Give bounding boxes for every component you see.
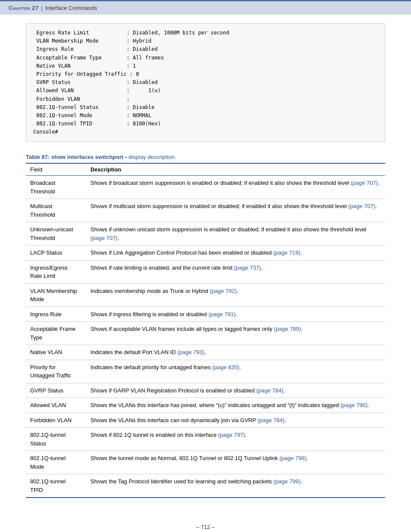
table-label: Table 87: show interfaces switchport: [26, 154, 124, 160]
page-link[interactable]: (page 789): [274, 326, 301, 332]
table-cell-field: Acceptable FrameType: [26, 322, 86, 345]
table-cell-desc: Shows if broadcast storm suppression is …: [86, 176, 385, 199]
table-cell-desc: Shows if 802.1Q tunnel is enabled on thi…: [86, 428, 385, 451]
page-link[interactable]: (page 820): [212, 364, 240, 370]
header-title: Interface Commands: [45, 5, 97, 11]
table-cell-field: Native VLAN: [26, 345, 86, 360]
page-link[interactable]: (page 707): [348, 203, 375, 209]
table-cell-field: MulticastThreshold: [26, 199, 86, 222]
table-row: Allowed VLANShows the VLANs this interfa…: [26, 398, 385, 413]
table-cell-field: VLAN MembershipMode: [26, 283, 86, 307]
page-link[interactable]: (page 719): [273, 249, 300, 256]
table-cell-field: BroadcastThreshold: [26, 176, 86, 199]
table-header-row: Field Description: [26, 163, 385, 176]
code-text: Egress Rate Limit : Disabled, 1000M bits…: [33, 29, 378, 136]
table-cell-desc: Shows the VLANs this interface can not d…: [86, 413, 385, 428]
table-cell-desc: Shows the VLANs this interface has joine…: [86, 398, 385, 413]
table-cell-field: 802.1Q-tunnelStatus: [26, 428, 86, 451]
table-cell-field: Ingress/EgressRate Limit: [26, 260, 86, 283]
table-cell-field: Priority forUntagged Traffic: [26, 360, 86, 383]
col-header-field: Field: [26, 163, 86, 176]
table-cell-desc: Indicates the default Port VLAN ID (page…: [86, 345, 385, 360]
page-number: – 712 –: [196, 524, 215, 530]
page-link[interactable]: (page 799): [274, 478, 301, 485]
page-link[interactable]: (page 791): [209, 311, 236, 317]
page-link[interactable]: (page 790): [340, 402, 367, 408]
table-row: 802.1Q-tunnelStatusShows if 802.1Q tunne…: [26, 428, 385, 451]
table-row: Forbidden VLANShows the VLANs this inter…: [26, 413, 385, 428]
page-link[interactable]: (page 737): [234, 264, 261, 271]
table-description: display description: [128, 154, 174, 160]
table-cell-desc: Shows the Tag Protocol Identifier used f…: [86, 474, 385, 498]
table-cell-desc: Shows if acceptable VLAN frames include …: [86, 322, 385, 345]
table-cell-field: Ingress Rule: [26, 307, 86, 322]
col-header-desc: Description: [86, 163, 385, 176]
table-cell-desc: Shows if Link Aggregation Control Protoc…: [86, 246, 385, 261]
table-cell-desc: Shows the tunnel mode as Normal, 802.1Q …: [86, 451, 385, 474]
page-link[interactable]: (page 707): [351, 180, 378, 186]
header-separator: |: [41, 5, 42, 11]
table-row: Ingress RuleShows if ingress filtering i…: [26, 307, 385, 322]
page-link[interactable]: (page 798): [280, 455, 307, 461]
table-row: 802.1Q-tunnelTPIDShows the Tag Protocol …: [26, 474, 385, 498]
main-content: Egress Rate Limit : Disabled, 1000M bits…: [0, 15, 411, 515]
table-row: Acceptable FrameTypeShows if acceptable …: [26, 322, 385, 345]
table-cell-desc: Shows if unknown unicast storm suppressi…: [86, 222, 385, 246]
table-title: Table 87: show interfaces switchport - d…: [26, 154, 385, 160]
chapter-label: Chapter 27: [9, 5, 38, 11]
table-row: Ingress/EgressRate LimitShows if rate li…: [26, 260, 385, 283]
table-row: Native VLANIndicates the default Port VL…: [26, 345, 385, 360]
header-bar: Chapter 27 | Interface Commands: [0, 0, 411, 15]
table-cell-desc: Indicates the default priority for untag…: [86, 360, 385, 383]
table-cell-field: Forbidden VLAN: [26, 413, 86, 428]
description-table: Field Description BroadcastThresholdShow…: [26, 163, 385, 498]
table-row: Priority forUntagged TrafficIndicates th…: [26, 360, 385, 383]
page-link[interactable]: (page 792): [210, 288, 237, 294]
table-cell-field: GVRP Status: [26, 383, 86, 398]
table-title-dash: -: [124, 154, 129, 160]
table-row: Unknown-unicastThresholdShows if unknown…: [26, 222, 385, 246]
table-cell-field: 802.1Q-tunnelMode: [26, 451, 86, 474]
page-link[interactable]: (page 784): [258, 417, 285, 423]
table-row: VLAN MembershipModeIndicates membership …: [26, 283, 385, 307]
table-cell-desc: Shows if ingress filtering is enabled or…: [86, 307, 385, 322]
table-cell-field: Allowed VLAN: [26, 398, 86, 413]
table-row: 802.1Q-tunnelModeShows the tunnel mode a…: [26, 451, 385, 474]
page-link[interactable]: (page 707): [90, 235, 118, 241]
code-block: Egress Rate Limit : Disabled, 1000M bits…: [26, 23, 385, 142]
table-row: BroadcastThresholdShows if broadcast sto…: [26, 176, 385, 199]
page-link[interactable]: (page 793): [177, 349, 205, 355]
table-cell-field: Unknown-unicastThreshold: [26, 222, 86, 246]
table-cell-field: 802.1Q-tunnelTPID: [26, 474, 86, 498]
page-footer: – 712 –: [0, 515, 411, 532]
table-cell-desc: Shows if multicast storm suppression is …: [86, 199, 385, 222]
page-link[interactable]: (page 784): [256, 387, 283, 394]
table-cell-desc: Shows if rate limiting is enabled, and t…: [86, 260, 385, 283]
table-row: GVRP StatusShows if GARP VLAN Registrati…: [26, 383, 385, 398]
table-row: LACP StatusShows if Link Aggregation Con…: [26, 246, 385, 261]
table-cell-field: LACP Status: [26, 246, 86, 261]
page-link[interactable]: (page 797): [218, 432, 245, 438]
table-row: MulticastThresholdShows if multicast sto…: [26, 199, 385, 222]
table-cell-desc: Indicates membership mode as Trunk or Hy…: [86, 283, 385, 307]
table-cell-desc: Shows if GARP VLAN Registration Protocol…: [86, 383, 385, 398]
